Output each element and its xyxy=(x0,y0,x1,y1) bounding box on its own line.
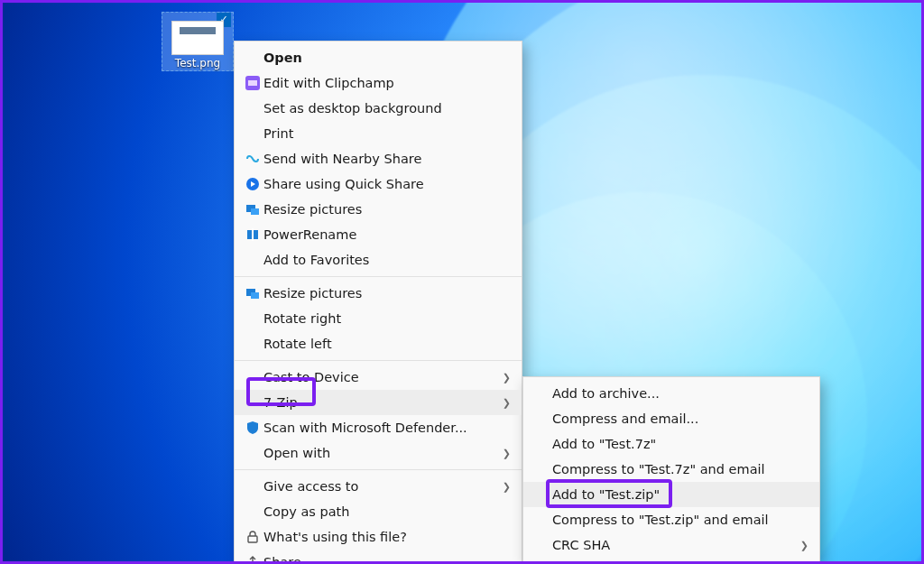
menu-separator xyxy=(235,360,522,361)
menu-nearby-share[interactable]: Send with Nearby Share xyxy=(235,146,522,171)
menu-open-with[interactable]: Open with ❯ xyxy=(235,440,522,466)
menu-powerrename[interactable]: PowerRename xyxy=(235,222,522,247)
menu-copy-as-path[interactable]: Copy as path xyxy=(235,499,522,524)
svg-rect-4 xyxy=(251,208,259,215)
desktop-file-icon[interactable]: ✓ Test.png xyxy=(162,12,234,71)
file-thumbnail xyxy=(171,21,224,55)
menu-set-background[interactable]: Set as desktop background xyxy=(235,96,522,121)
svg-rect-1 xyxy=(248,80,257,86)
menu-give-access[interactable]: Give access to ❯ xyxy=(235,474,522,499)
submenu-add-archive[interactable]: Add to archive... xyxy=(523,381,819,406)
menu-resize-pictures[interactable]: Resize pictures xyxy=(235,197,522,222)
menu-resize-pictures-2[interactable]: Resize pictures xyxy=(235,281,522,306)
submenu-crc-sha[interactable]: CRC SHA ❯ xyxy=(523,532,819,558)
menu-add-favorites[interactable]: Add to Favorites xyxy=(235,247,522,273)
chevron-right-icon: ❯ xyxy=(503,397,511,409)
lock-icon xyxy=(242,530,263,544)
share-icon xyxy=(242,555,263,564)
resize-icon xyxy=(242,202,263,217)
menu-share[interactable]: Share xyxy=(235,550,522,564)
submenu-add-zip[interactable]: Add to "Test.zip" xyxy=(523,482,819,507)
menu-whats-using[interactable]: What's using this file? xyxy=(235,524,522,550)
quick-share-icon xyxy=(242,177,263,191)
menu-open[interactable]: Open xyxy=(235,45,522,70)
svg-rect-6 xyxy=(252,228,254,241)
menu-clipchamp[interactable]: Edit with Clipchamp xyxy=(235,70,522,96)
submenu-compress-email[interactable]: Compress and email... xyxy=(523,406,819,431)
context-menu: Open Edit with Clipchamp Set as desktop … xyxy=(234,41,522,564)
submenu-compress-zip-email[interactable]: Compress to "Test.zip" and email xyxy=(523,507,819,532)
menu-print[interactable]: Print xyxy=(235,121,522,146)
menu-rotate-left[interactable]: Rotate left xyxy=(235,331,522,356)
chevron-right-icon: ❯ xyxy=(800,540,808,551)
menu-7zip[interactable]: 7-Zip ❯ xyxy=(235,390,522,415)
clipchamp-icon xyxy=(242,76,263,90)
menu-separator xyxy=(235,469,522,470)
menu-rotate-right[interactable]: Rotate right xyxy=(235,306,522,331)
chevron-right-icon: ❯ xyxy=(503,481,511,493)
menu-cast-to-device[interactable]: Cast to Device ❯ xyxy=(235,365,522,390)
submenu-7zip: Add to archive... Compress and email... … xyxy=(522,376,820,562)
svg-rect-9 xyxy=(248,536,257,542)
svg-rect-8 xyxy=(251,292,259,299)
menu-quick-share[interactable]: Share using Quick Share xyxy=(235,171,522,197)
resize-icon xyxy=(242,286,263,300)
submenu-add-7z[interactable]: Add to "Test.7z" xyxy=(523,431,819,457)
nearby-share-icon xyxy=(242,152,263,166)
powerrename-icon xyxy=(242,227,263,242)
menu-separator xyxy=(235,276,522,277)
chevron-right-icon: ❯ xyxy=(503,448,511,459)
file-label: Test.png xyxy=(173,57,222,69)
chevron-right-icon: ❯ xyxy=(503,372,511,384)
submenu-compress-7z-email[interactable]: Compress to "Test.7z" and email xyxy=(523,457,819,482)
defender-shield-icon xyxy=(242,421,263,435)
desktop-background[interactable]: ✓ Test.png Open Edit with Clipchamp Set … xyxy=(0,0,924,564)
menu-defender-scan[interactable]: Scan with Microsoft Defender... xyxy=(235,415,522,440)
